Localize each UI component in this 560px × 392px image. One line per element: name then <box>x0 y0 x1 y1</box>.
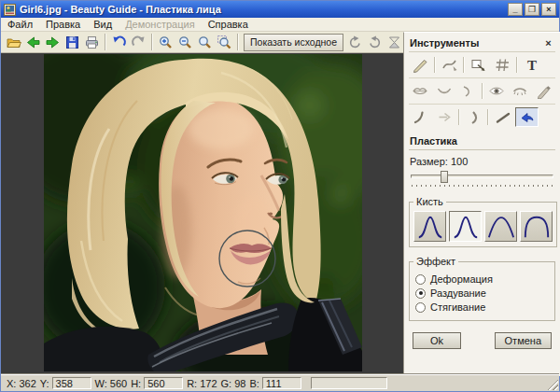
status-empty-panel <box>311 377 387 389</box>
open-file-button[interactable] <box>4 33 23 52</box>
radio-pinch[interactable]: Стягивание <box>415 301 549 313</box>
tools-panel-title: Инструменты <box>410 37 542 49</box>
undo-button[interactable] <box>109 33 129 52</box>
tool-eyelash[interactable] <box>509 81 532 101</box>
radio-label: Деформация <box>430 273 493 285</box>
undo-icon <box>111 35 127 50</box>
print-button[interactable] <box>82 33 102 52</box>
tool-smile[interactable] <box>433 81 456 101</box>
tool-transform[interactable] <box>467 55 490 75</box>
flip-vertical-icon <box>386 35 402 50</box>
tool-eye[interactable] <box>485 81 509 101</box>
brush-dome[interactable] <box>520 211 553 242</box>
size-label: Размер: 100 <box>410 156 554 167</box>
brush-narrow-2-selected[interactable] <box>449 211 482 242</box>
tool-separator <box>487 109 489 125</box>
cancel-button[interactable]: Отмена <box>495 332 552 349</box>
status-label: B: <box>249 378 259 389</box>
tool-row-3 <box>409 105 555 130</box>
print-icon <box>84 35 100 50</box>
eye-icon <box>487 83 506 99</box>
forward-arrow-icon <box>45 35 61 50</box>
status-w: W: 560 <box>95 378 128 389</box>
smudge-icon <box>441 57 459 73</box>
tool-grid[interactable] <box>491 55 514 75</box>
status-label: Y: <box>40 378 49 389</box>
transform-icon <box>469 57 488 73</box>
tool-arrow <box>433 107 456 127</box>
zoom-out-button[interactable] <box>175 33 195 52</box>
hook-curve-icon <box>465 109 483 125</box>
size-slider[interactable] <box>411 171 553 188</box>
save-button[interactable] <box>63 33 82 52</box>
statusbar: X: 362 Y: 358 W: 560 H: 560 R: 172 G: 98… <box>1 374 559 391</box>
back-arrow-icon <box>25 35 41 50</box>
zoom-fit-icon <box>217 35 232 50</box>
radio-circle[interactable] <box>415 302 426 313</box>
brush-wide[interactable] <box>484 211 517 242</box>
menu-file[interactable]: Файл <box>1 18 39 31</box>
tool-pencil[interactable] <box>409 55 432 75</box>
slider-groove[interactable] <box>411 175 553 178</box>
pencil-icon <box>412 57 430 73</box>
status-r: R: 172 <box>187 378 217 389</box>
tool-makeup-pen[interactable] <box>533 81 556 101</box>
tool-chin[interactable] <box>456 81 480 101</box>
status-label: H: <box>131 378 141 389</box>
status-x: X: 362 <box>7 378 36 389</box>
tool-text[interactable]: T <box>520 55 543 75</box>
menu-view[interactable]: Вид <box>87 18 119 31</box>
plastika-heading: Пластика <box>409 135 555 150</box>
minimize-button[interactable]: _ <box>508 3 523 16</box>
radio-circle-checked[interactable] <box>415 288 426 299</box>
maximize-button[interactable]: ❐ <box>525 3 539 16</box>
next-image-button[interactable] <box>43 33 63 52</box>
brush-narrow-1[interactable] <box>413 211 446 242</box>
panel-close-icon[interactable]: × <box>542 37 554 49</box>
radio-circle[interactable] <box>415 274 426 285</box>
prev-image-button[interactable] <box>23 33 43 52</box>
eyelash-icon <box>511 83 529 99</box>
tool-flick[interactable] <box>409 107 432 127</box>
open-folder-icon <box>6 35 21 50</box>
tool-separator <box>434 57 436 73</box>
status-label: W: <box>95 378 107 389</box>
close-button[interactable]: × <box>541 3 556 16</box>
status-b: B: 111 <box>249 377 301 389</box>
redo-button <box>129 33 148 52</box>
makeup-pen-icon <box>535 83 553 99</box>
toolbar-separator <box>237 34 239 50</box>
tool-smudge[interactable] <box>438 55 461 75</box>
window-controls: _ ❐ × <box>508 3 556 16</box>
brush-curve-dome-icon <box>523 214 551 240</box>
image-canvas[interactable] <box>1 53 403 376</box>
ok-button[interactable]: Ok <box>413 332 461 349</box>
status-value-box: 560 <box>144 377 183 389</box>
menu-help[interactable]: Справка <box>202 18 255 31</box>
zoom-fit-button[interactable] <box>215 33 234 52</box>
brush-curve-narrow-icon <box>452 214 480 240</box>
slider-thumb[interactable] <box>441 171 448 183</box>
menubar: Файл Правка Вид Демонстрация Справка <box>1 18 559 32</box>
app-icon <box>4 4 16 16</box>
flick-curve-icon <box>412 109 430 125</box>
radio-inflate[interactable]: Раздувание <box>415 287 549 299</box>
zoom-in-button[interactable] <box>156 33 175 52</box>
tool-liquify[interactable] <box>515 107 539 127</box>
photo-girl-portrait[interactable] <box>44 54 362 371</box>
status-value-box: 111 <box>262 377 301 389</box>
svg-text:T: T <box>527 58 537 73</box>
rotate-cw-icon <box>347 35 363 50</box>
tool-line[interactable] <box>491 107 514 127</box>
tool-hook[interactable] <box>462 107 485 127</box>
status-h: H: 560 <box>131 377 183 389</box>
show-original-button[interactable]: Показать исходное <box>244 34 343 51</box>
flip-vertical-button <box>385 33 404 52</box>
slant-line-icon <box>494 109 512 125</box>
menu-edit[interactable]: Правка <box>39 18 87 31</box>
toolbar-separator <box>151 34 153 50</box>
tool-lips[interactable] <box>409 81 432 101</box>
zoom-actual-button[interactable] <box>195 33 215 52</box>
resize-grip[interactable] <box>547 379 558 390</box>
radio-deformation[interactable]: Деформация <box>415 273 549 285</box>
